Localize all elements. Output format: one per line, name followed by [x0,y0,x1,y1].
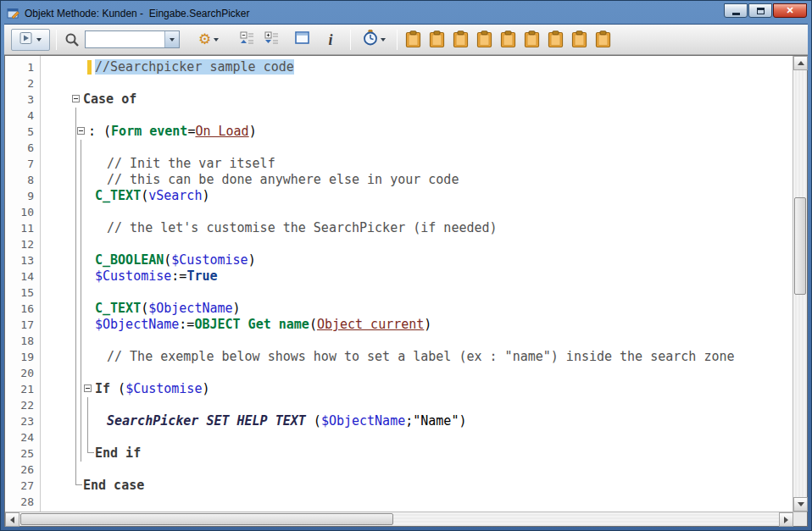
code-line-11[interactable]: // the let's customise the SearchPicker … [41,220,793,236]
scroll-right-button[interactable] [779,512,793,527]
vertical-scrollbar-thumb[interactable] [794,197,806,295]
code-token: $ObjectName [321,413,405,429]
editor-main: 1234567891011121314151617181920212223242… [5,56,807,512]
scroll-up-button[interactable] [793,56,808,70]
code-line-2[interactable] [41,75,793,91]
code-line-12[interactable] [41,236,793,252]
code-area[interactable]: //Searchpicker sample codeCase of: (Form… [41,56,793,512]
code-line-25[interactable]: End if [41,445,793,462]
code-line-16[interactable]: C_TEXT($ObjectName) [41,301,793,317]
line-number-gutter: 1234567891011121314151617181920212223242… [5,56,41,512]
search-input[interactable] [86,31,164,47]
code-line-18[interactable] [41,333,793,349]
code-line-23[interactable]: SearchPicker SET HELP TEXT ($ObjectName;… [41,413,793,429]
code-line-28[interactable] [41,494,793,510]
code-line-8[interactable]: // this can be done anywhere else in you… [41,172,793,188]
information-button[interactable]: i [320,29,342,51]
execute-method-button[interactable] [11,29,50,51]
code-line-26[interactable] [41,462,793,478]
modified-line-marker [87,60,92,75]
search-combobox[interactable] [85,30,180,48]
line-number: 2 [5,75,34,91]
maximize-icon [757,8,765,14]
line-number: 24 [5,429,34,445]
fold-toggle-icon[interactable] [84,384,92,392]
code-token: $Customise [95,268,171,284]
vertical-scrollbar[interactable] [793,56,807,512]
line-number: 4 [5,108,34,124]
clipboard-8-button[interactable] [571,30,587,49]
vertical-scroll-track[interactable] [793,70,807,497]
code-token: $ObjectName [95,317,179,332]
expand-all-button[interactable] [260,29,282,51]
horizontal-scrollbar[interactable] [5,512,807,526]
code-line-21[interactable]: If ($Customise) [41,381,793,397]
toolbar-separator [397,30,398,50]
code-token: ( [306,413,321,429]
selection-highlight: //Searchpicker sample code [95,59,294,75]
code-token: : ( [88,124,111,139]
clipboard-6-button[interactable] [524,30,540,49]
code-line-7[interactable]: // Init the var itself [41,156,793,172]
code-line-24[interactable] [41,429,793,445]
code-line-4[interactable] [41,108,793,124]
expand-all-icon [264,31,279,48]
minimize-icon [732,13,740,15]
clipboard-7-button[interactable] [548,30,564,49]
code-line-6[interactable] [41,140,793,156]
window-controls: ✕ [724,3,807,18]
arrow-left-icon [10,517,14,523]
scroll-left-button[interactable] [5,512,19,527]
scroll-down-button[interactable] [793,497,808,512]
code-line-3[interactable]: Case of [41,91,793,108]
code-line-15[interactable] [41,285,793,301]
line-number: 3 [5,91,34,108]
horizontal-scrollbar-thumb[interactable] [20,513,393,525]
code-line-13[interactable]: C_BOOLEAN($Customise) [41,252,793,268]
preview-zone-button[interactable] [291,29,313,51]
clipboard-9-button[interactable] [595,30,611,49]
code-token: C_TEXT [95,188,141,203]
run-icon [19,31,33,48]
clipboard-1-button[interactable] [405,30,421,49]
gear-icon: ⚙ [198,32,211,47]
code-token: Case of [83,91,136,107]
code-line-20[interactable] [41,365,793,381]
code-line-19[interactable]: // The exemple below shows how to set a … [41,349,793,365]
fold-toggle-icon[interactable] [77,127,85,135]
code-line-5[interactable]: : (Form event=On Load) [41,124,793,140]
macros-button[interactable] [357,29,391,51]
clipboard-3-button[interactable] [453,30,469,49]
code-token: ) [248,252,256,268]
titlebar[interactable]: Objekt Methode: Kunden - Eingabe.SearchP… [4,1,808,24]
line-number: 15 [5,285,34,301]
maximize-button[interactable] [748,3,772,18]
code-line-14[interactable]: $Customise:=True [41,268,793,285]
line-number: 17 [5,317,34,333]
code-token: SearchPicker SET HELP TEXT [107,413,306,429]
code-line-17[interactable]: $ObjectName:=OBJECT Get name(Object curr… [41,317,793,333]
horizontal-scroll-track[interactable] [19,512,779,526]
code-token: ) [249,124,257,139]
code-line-27[interactable]: End case [41,478,793,494]
code-token: ) [233,301,241,316]
code-token: $Customise [125,381,202,396]
method-settings-button[interactable]: ⚙ [192,29,225,51]
code-token: Object current [317,317,424,332]
search-dropdown-button[interactable] [164,31,179,47]
code-token: ) [459,413,466,429]
collapse-all-button[interactable] [236,29,258,51]
fold-toggle-icon[interactable] [72,95,80,102]
clipboard-4-button[interactable] [476,30,492,49]
code-line-1[interactable]: //Searchpicker sample code [41,59,793,75]
clipboard-2-button[interactable] [429,30,445,49]
code-token: C_TEXT [95,301,141,316]
line-number: 18 [5,333,34,349]
close-button[interactable]: ✕ [773,3,807,18]
code-line-10[interactable] [41,204,793,220]
code-line-22[interactable] [41,397,793,413]
line-number: 23 [5,413,34,429]
clipboard-5-button[interactable] [500,30,516,49]
code-line-9[interactable]: C_TEXT(vSearch) [41,188,793,204]
minimize-button[interactable] [724,3,748,18]
